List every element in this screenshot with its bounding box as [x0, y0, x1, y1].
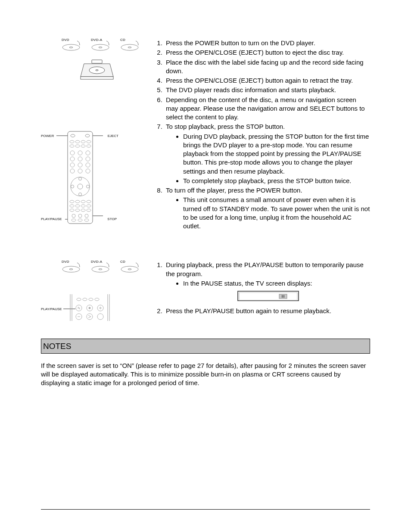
step: Press the OPEN/CLOSE (EJECT) button to e… — [164, 48, 370, 57]
svg-point-2 — [92, 44, 109, 50]
step-text: Press the OPEN/CLOSE (EJECT) button to e… — [166, 49, 344, 56]
disc-label: CD — [120, 260, 134, 264]
disc-label: DVD-A — [91, 260, 105, 264]
pause-steps: During playback, press the PLAY/PAUSE bu… — [143, 261, 370, 315]
svg-line-90 — [88, 317, 91, 318]
tray-icon — [80, 59, 114, 83]
disc-icons-row: DVD DVD-A CD — [62, 261, 127, 274]
svg-point-74 — [83, 298, 87, 301]
main-steps-1: Press the POWER button to turn on the DV… — [143, 39, 370, 231]
step-text: To stop playback, press the STOP button. — [166, 123, 285, 130]
player-front-diagram: PLAY/PAUSE — [41, 292, 118, 324]
page: DVD DVD-A CD — [0, 0, 411, 532]
step-text: Press the OPEN/CLOSE (EJECT) button agai… — [166, 77, 353, 84]
step-bullet: This unit consumes a small amount of pow… — [183, 196, 370, 230]
svg-point-64 — [92, 266, 109, 272]
step: Press the PLAY/PAUSE button again to res… — [164, 307, 370, 315]
disc-label: DVD — [62, 260, 75, 264]
svg-rect-92 — [239, 292, 297, 300]
disc-label: DVD — [62, 38, 75, 43]
svg-point-66 — [121, 266, 138, 272]
disc-icon-dvd: DVD — [62, 39, 81, 52]
svg-rect-95 — [283, 295, 284, 298]
step: To stop playback, press the STOP button.… — [164, 122, 370, 185]
disc-label: DVD-A — [91, 38, 105, 43]
footer-rule — [41, 509, 370, 510]
svg-point-5 — [128, 47, 131, 48]
step-bullet: During DVD playback, pressing the STOP b… — [183, 132, 370, 176]
step-text: To turn off the player, press the POWER … — [166, 187, 302, 194]
step: Press the OPEN/CLOSE (EJECT) button agai… — [164, 76, 370, 85]
svg-point-65 — [99, 269, 102, 270]
svg-point-67 — [128, 269, 131, 270]
side-diagrams-2: DVD DVD-A CD PLAY/PAUSE — [41, 261, 127, 324]
svg-rect-6 — [92, 60, 102, 63]
step-bullet: To completely stop playback, press the S… — [183, 177, 370, 185]
step-text: During playback, press the PLAY/PAUSE bu… — [166, 261, 364, 277]
step-text: The DVD player reads disc information an… — [166, 86, 336, 93]
svg-point-3 — [99, 47, 102, 48]
step-text: Press the POWER button to turn on the DV… — [166, 39, 315, 47]
main-steps-2: During playback, press the PLAY/PAUSE bu… — [143, 261, 370, 316]
section-playback: DVD DVD-A CD — [41, 39, 370, 231]
disc-icon-dvda: DVD-A — [91, 261, 111, 274]
disc-label: CD — [120, 38, 134, 43]
bullet-text: In the PAUSE status, the TV screen displ… — [183, 280, 312, 287]
svg-point-63 — [69, 269, 73, 270]
svg-point-4 — [121, 44, 138, 50]
bullet-text: To completely stop playback, press the S… — [183, 177, 351, 184]
step: During playback, press the PLAY/PAUSE bu… — [164, 261, 370, 302]
svg-point-9 — [89, 67, 105, 74]
remote-diagram: POWER EJECT PLAY/PAUSE STOP — [41, 131, 118, 225]
step: The DVD player reads disc information an… — [164, 86, 370, 94]
svg-point-75 — [89, 298, 93, 301]
svg-point-87 — [97, 314, 103, 320]
svg-point-86 — [87, 314, 93, 320]
step-bullet: In the PAUSE status, the TV screen displ… — [183, 279, 370, 288]
notes-header-text: NOTES — [43, 342, 71, 351]
svg-line-89 — [88, 315, 91, 317]
svg-point-0 — [62, 44, 80, 50]
notes-header: NOTES — [41, 339, 370, 354]
disc-icon-cd: CD — [120, 261, 140, 274]
svg-point-76 — [95, 298, 99, 301]
disc-icons-row: DVD DVD-A CD — [62, 39, 127, 52]
svg-point-80 — [89, 307, 90, 309]
playback-steps: Press the POWER button to turn on the DV… — [143, 39, 370, 230]
svg-point-73 — [77, 298, 81, 301]
section-pause: DVD DVD-A CD PLAY/PAUSE — [41, 261, 370, 324]
step: To turn off the player, press the POWER … — [164, 186, 370, 230]
step-text: Depending on the content of the disc, a … — [166, 96, 365, 121]
tv-pause-display — [237, 290, 299, 302]
step: Press the POWER button to turn on the DV… — [164, 39, 370, 47]
step-text: Press the PLAY/PAUSE button again to res… — [166, 307, 331, 314]
disc-icon-dvda: DVD-A — [91, 39, 111, 52]
svg-rect-8 — [81, 77, 113, 79]
bullet-text: During DVD playback, pressing the STOP b… — [183, 133, 369, 175]
bullet-text: This unit consumes a small amount of pow… — [183, 196, 370, 230]
disc-icon-cd: CD — [120, 39, 140, 52]
step: Place the disc with the label side facin… — [164, 58, 370, 76]
svg-point-1 — [69, 47, 73, 48]
svg-rect-94 — [282, 295, 283, 298]
notes-body: If the screen saver is set to “ON” (plea… — [41, 361, 370, 388]
step-text: Place the disc with the label side facin… — [166, 59, 364, 75]
svg-rect-93 — [279, 294, 287, 299]
disc-icon-dvd: DVD — [62, 261, 81, 274]
step: Depending on the content of the disc, a … — [164, 96, 370, 122]
side-diagrams-1: DVD DVD-A CD — [41, 39, 127, 225]
svg-point-62 — [62, 266, 80, 272]
